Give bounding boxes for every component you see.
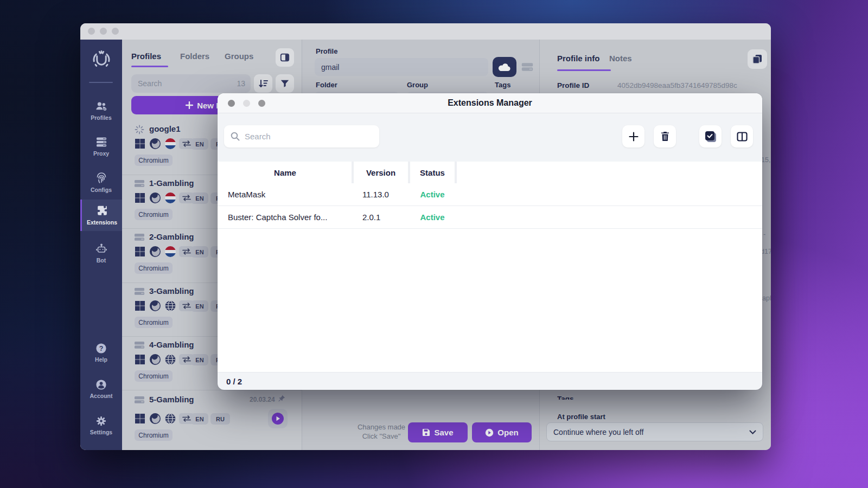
profile-name: 4-Gambling [149,340,194,349]
lang-badge: EN [191,354,208,365]
profile-name-input[interactable]: gmail [315,58,488,76]
globe-icon [165,300,176,313]
server-icon [135,396,144,404]
search-placeholder: Search [138,79,162,88]
trash-icon [660,131,670,142]
tab-profile-info[interactable]: Profile info [557,54,599,63]
group-field-label: Group [407,81,428,89]
browser-tag: Chromium [135,429,173,441]
browser-firefox-icon [150,192,161,206]
sort-button[interactable] [254,74,272,93]
profiles-count: 13 [237,79,245,88]
panel-toggle-button[interactable] [276,48,294,67]
sidebar-item-bot[interactable]: Bot [80,242,122,264]
svg-text:?: ? [99,345,104,352]
column-header-version[interactable]: Version [354,162,408,183]
browser-tag: Chromium [135,262,173,274]
filter-button[interactable] [276,74,294,93]
sidebar-item-settings[interactable]: Settings [80,415,122,435]
pin-icon [278,395,285,402]
profile-row[interactable]: 5-Gambling 20.03.24 EN RU [122,393,302,448]
profile-field-label: Profile [316,47,337,55]
server-icon [135,233,144,241]
spinner-icon [135,125,144,134]
lang-badge: EN [191,300,208,312]
lang-badge: EN [191,138,208,150]
modal-footer-divider [218,372,762,373]
cloud-storage-button[interactable] [493,57,516,77]
extension-version: 11.13.0 [362,190,389,199]
sidebar-item-configs[interactable]: Configs [80,172,122,193]
gear-icon [95,415,107,427]
columns-icon [737,132,748,142]
close-window-button[interactable] [88,28,95,35]
profile-name: 3-Gambling [149,286,194,296]
extension-version: 2.0.1 [362,213,380,222]
add-extension-button[interactable] [622,125,644,147]
start-profile-button[interactable] [268,409,288,428]
delete-extension-button[interactable] [654,125,676,147]
browser-firefox-icon [150,138,161,151]
clipped-text-fragment: - [763,230,765,238]
puzzle-icon [95,204,109,217]
sidebar-item-extensions[interactable]: Extensions [80,200,122,231]
os-windows-icon [135,413,145,426]
select-all-icon [704,130,717,143]
os-windows-icon [135,300,145,313]
extension-status: Active [410,213,455,222]
main-titlebar [80,23,771,40]
sidebar-item-account[interactable]: Account [80,378,122,399]
clipped-tags-label: Tags [557,395,574,400]
sidebar-item-label: Account [90,393,113,399]
sidebar-item-label: Help [95,356,107,363]
minimize-window-button[interactable] [100,28,107,35]
sidebar-divider [89,82,113,83]
lang-badge: EN [191,246,208,258]
sidebar-item-label: Extensions [87,219,117,226]
robot-icon [95,242,108,255]
server-icon [135,179,144,188]
save-label: Save [434,428,453,437]
tab-folders[interactable]: Folders [180,52,209,61]
globe-icon [165,354,176,367]
copy-profile-button[interactable] [748,49,767,69]
sidebar-item-profiles[interactable]: Profiles [80,99,122,121]
clipped-text-fragment: 15, [761,156,770,164]
os-windows-icon [135,246,145,259]
at-profile-start-select[interactable]: Continue where you left off [546,422,763,441]
tab-profiles[interactable]: Profiles [131,52,161,61]
tab-notes[interactable]: Notes [609,54,632,63]
sidebar-item-help[interactable]: ? Help [80,342,122,363]
column-header-status[interactable]: Status [410,162,455,183]
app-logo [90,48,113,74]
chevron-down-icon [749,430,756,435]
select-all-button[interactable] [699,125,722,147]
open-button[interactable]: Open [472,422,532,442]
sidebar-item-proxy[interactable]: Proxy [80,136,122,157]
sidebar-item-label: Profiles [91,114,112,121]
search-placeholder: Search [245,132,271,141]
table-row[interactable]: MetaMask 11.13.0 Active [218,183,762,206]
os-windows-icon [135,354,145,367]
globe-icon [165,413,176,426]
sidebar: Profiles Proxy [80,40,122,450]
profile-name-value: gmail [321,63,339,72]
lang-badge: EN [191,192,208,204]
search-icon [231,132,240,141]
save-icon [422,428,430,436]
save-button[interactable]: Save [408,422,468,442]
profile-name: 5-Gambling [149,395,194,404]
table-row[interactable]: Buster: Captcha Solver fo... 2.0.1 Activ… [218,206,762,229]
browser-firefox-icon [150,300,161,313]
local-storage-icon[interactable] [521,62,533,72]
profiles-search-input[interactable]: Search 13 [131,74,251,93]
column-header-name[interactable]: Name [219,162,352,183]
server-icon [135,287,144,296]
maximize-window-button[interactable] [112,28,119,35]
copy-icon [752,54,762,64]
extensions-search-input[interactable]: Search [224,125,379,147]
tab-groups[interactable]: Groups [225,52,253,61]
columns-view-button[interactable] [731,125,753,147]
tab-profile-info-underline [557,69,611,71]
browser-tag: Chromium [135,317,173,328]
